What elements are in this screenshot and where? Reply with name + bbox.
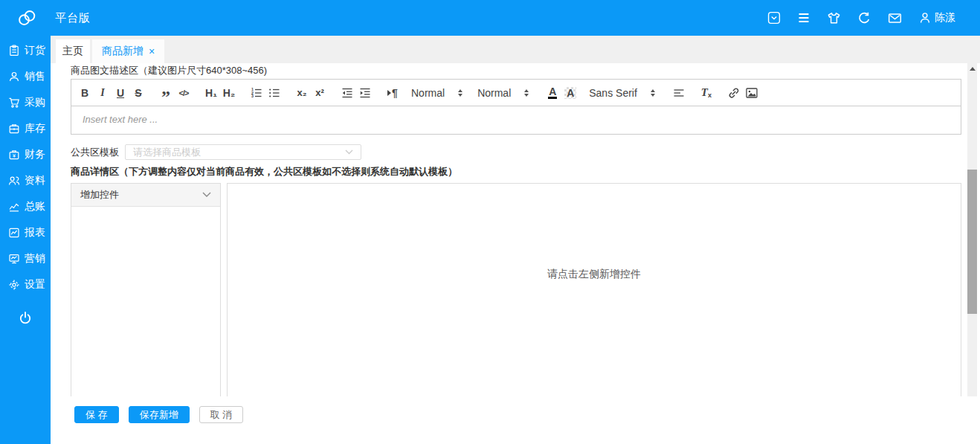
picker-arrows-icon (458, 89, 462, 97)
bold-button[interactable]: B (76, 84, 94, 102)
text-color-button[interactable]: A (544, 84, 561, 102)
person-icon (8, 71, 20, 83)
align-button[interactable] (670, 84, 688, 102)
mail-icon[interactable] (888, 11, 902, 25)
superscript-button[interactable]: x² (311, 84, 329, 102)
background-color-button[interactable]: A (561, 84, 579, 102)
theme-shirt-icon[interactable] (827, 11, 841, 25)
vertical-scrollbar[interactable] (967, 63, 977, 396)
refresh-icon[interactable] (857, 11, 871, 25)
app-window: 平台版 (0, 0, 980, 444)
editor-placeholder: Insert text here ... (83, 114, 158, 125)
sidebar-item-order[interactable]: 订货 (0, 37, 51, 63)
sidebar-item-report[interactable]: 报表 (0, 219, 51, 245)
save-and-new-button[interactable]: 保存新增 (129, 406, 190, 423)
chevron-down-icon (202, 192, 211, 198)
clean-format-button[interactable]: T x (697, 84, 715, 102)
monitor-chart-icon (8, 253, 20, 265)
clipboard-icon (8, 45, 20, 57)
sidebar-item-purchase[interactable]: 采购 (0, 89, 51, 115)
picker-arrows-icon (651, 89, 655, 97)
add-widget-dropdown[interactable]: 增加控件 (71, 184, 220, 207)
contacts-icon (8, 175, 20, 187)
svg-text:3: 3 (251, 94, 254, 98)
storage-box-icon (8, 123, 20, 135)
link-button[interactable] (725, 84, 743, 102)
tab-home[interactable]: 主页 (56, 39, 90, 63)
template-field-row: 公共区模板 请选择商品模板 (71, 144, 961, 160)
report-chart-icon (8, 227, 20, 239)
scroll-up-icon[interactable] (970, 67, 976, 71)
desc-section-label: 商品图文描述区（建议图片尺寸640*308~456) (71, 65, 961, 76)
detail-panels: 增加控件 请点击左侧新增控件 (71, 183, 961, 396)
picker-arrows-icon (524, 89, 529, 97)
image-button[interactable] (743, 84, 761, 102)
tab-bar: 主页 商品新增 × (51, 36, 980, 63)
app-header: 平台版 (0, 0, 980, 36)
direction-arrow-icon (387, 90, 391, 96)
code-block-button[interactable]: </> (175, 84, 193, 102)
editor-toolbar: B I U S ” </> H₁ H₂ 1 (71, 80, 961, 106)
size-picker[interactable]: Normal (411, 87, 462, 99)
header-picker[interactable]: Normal (477, 87, 529, 99)
gear-icon (8, 279, 20, 291)
tab-product-new[interactable]: 商品新增 × (92, 39, 164, 63)
logout-button[interactable] (0, 305, 51, 331)
sidebar-item-sales[interactable]: 销售 (0, 63, 51, 89)
finance-case-icon: ¥ (8, 149, 20, 161)
ordered-list-button[interactable]: 1 2 3 (248, 84, 265, 102)
tab-close-icon[interactable]: × (149, 46, 155, 57)
app-title: 平台版 (55, 11, 91, 25)
text-direction-button[interactable]: ¶ (384, 84, 402, 102)
sidebar-item-settings[interactable]: 设置 (0, 271, 51, 297)
underline-button[interactable]: U (112, 84, 129, 102)
italic-button[interactable]: I (94, 84, 112, 102)
user-menu[interactable]: 陈漾 (918, 11, 955, 25)
subscript-button[interactable]: x₂ (293, 84, 311, 102)
ordered-list-icon: 1 2 3 (250, 86, 263, 100)
svg-text:¥: ¥ (13, 152, 16, 158)
blockquote-button[interactable]: ” (157, 84, 175, 102)
template-field-label: 公共区模板 (71, 146, 119, 159)
sidebar-item-data[interactable]: 资料 (0, 167, 51, 193)
indent-icon (358, 86, 372, 100)
sidebar-item-inventory[interactable]: 库存 (0, 115, 51, 141)
template-select[interactable]: 请选择商品模板 (125, 144, 361, 160)
rich-text-editor: B I U S ” </> H₁ H₂ 1 (71, 79, 961, 135)
bullet-list-icon (268, 86, 281, 100)
power-icon (18, 311, 33, 326)
header-actions: 陈漾 (767, 11, 955, 25)
bullet-list-button[interactable] (265, 84, 283, 102)
align-left-icon (672, 86, 686, 100)
font-picker[interactable]: Sans Serif (589, 87, 655, 99)
save-button[interactable]: 保 存 (74, 406, 119, 423)
header-2-button[interactable]: H₂ (220, 84, 238, 102)
strike-button[interactable]: S (129, 84, 147, 102)
user-icon (918, 11, 932, 25)
cart-icon (8, 97, 20, 109)
footer-actions: 保 存 保存新增 取 消 (51, 396, 980, 444)
widget-canvas: 请点击左侧新增控件 (227, 183, 961, 396)
outdent-button[interactable] (338, 84, 356, 102)
outdent-icon (341, 86, 354, 100)
line-chart-icon (8, 201, 20, 213)
sidebar: 订货 销售 采购 库存 ¥ (0, 36, 51, 444)
workbench-panel-icon[interactable] (767, 11, 781, 25)
sidebar-item-marketing[interactable]: 营销 (0, 245, 51, 271)
canvas-hint-text: 请点击左侧新增控件 (547, 268, 641, 280)
sidebar-item-ledger[interactable]: 总账 (0, 193, 51, 219)
header-1-button[interactable]: H₁ (202, 84, 220, 102)
image-icon (745, 86, 758, 100)
sidebar-item-finance[interactable]: ¥ 财务 (0, 141, 51, 167)
indent-button[interactable] (356, 84, 374, 102)
link-icon (727, 86, 741, 100)
scrollbar-thumb[interactable] (967, 170, 977, 314)
chevron-down-icon (345, 149, 353, 155)
widget-list-panel: 增加控件 (71, 183, 221, 396)
menu-icon[interactable] (797, 11, 810, 25)
editor-text-area[interactable]: Insert text here ... (71, 106, 961, 134)
main-content: 商品图文描述区（建议图片尺寸640*308~456) B I U S ” </>… (51, 63, 967, 396)
app-logo-icon (15, 7, 39, 29)
cancel-button[interactable]: 取 消 (199, 406, 244, 423)
username: 陈漾 (935, 11, 955, 25)
